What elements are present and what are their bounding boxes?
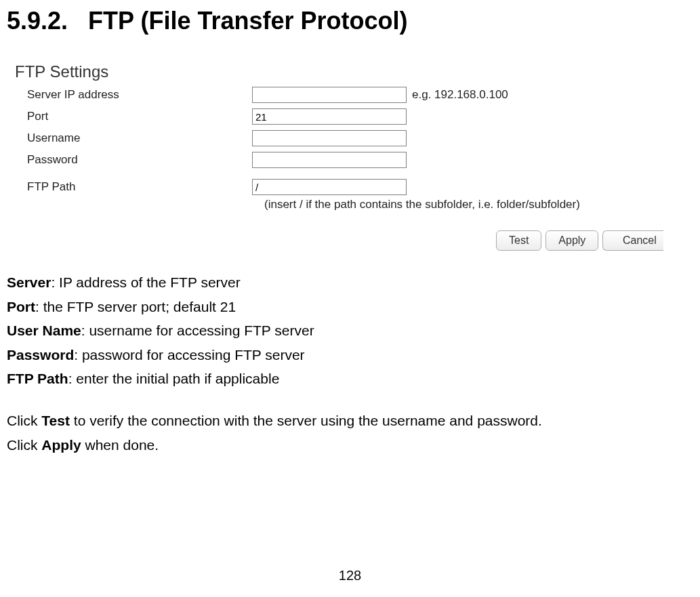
desc-pass-text: : password for accessing FTP server	[74, 347, 304, 363]
desc-click-apply: Click Apply when done.	[7, 434, 700, 457]
click-apply-post: when done.	[81, 437, 159, 453]
click-test-pre: Click	[7, 413, 41, 428]
row-password: Password	[15, 152, 700, 168]
desc-server-text: : IP address of the FTP server	[51, 274, 240, 290]
desc-path-term: FTP Path	[7, 371, 68, 386]
note-ftp-path: (insert / if the path contains the subfo…	[264, 198, 700, 211]
input-server-ip[interactable]	[252, 87, 407, 103]
desc-ftp-path: FTP Path: enter the initial path if appl…	[7, 367, 700, 390]
row-ftp-path: FTP Path	[15, 179, 700, 195]
button-row: Test Apply Cancel	[496, 230, 700, 251]
desc-port-text: : the FTP server port; default 21	[35, 299, 236, 314]
label-port: Port	[15, 110, 252, 123]
desc-server: Server: IP address of the FTP server	[7, 271, 700, 294]
row-username: Username	[15, 130, 700, 146]
desc-user-text: : username for accessing FTP server	[81, 323, 314, 338]
desc-username: User Name: username for accessing FTP se…	[7, 319, 700, 342]
hint-server-ip: e.g. 192.168.0.100	[412, 88, 508, 102]
desc-pass-term: Password	[7, 347, 74, 363]
test-button[interactable]: Test	[496, 230, 541, 251]
label-password: Password	[15, 153, 252, 167]
section-title: FTP (File Transfer Protocol)	[88, 7, 407, 35]
click-test-post: to verify the connection with the server…	[70, 413, 542, 428]
row-server-ip: Server IP address e.g. 192.168.0.100	[15, 87, 700, 103]
section-number: 5.9.2.	[7, 7, 68, 35]
label-server-ip: Server IP address	[15, 88, 252, 102]
input-ftp-path[interactable]	[252, 179, 407, 195]
page-number: 128	[0, 568, 700, 583]
apply-button[interactable]: Apply	[545, 230, 598, 251]
desc-user-term: User Name	[7, 323, 81, 338]
desc-server-term: Server	[7, 274, 51, 290]
section-heading: 5.9.2. FTP (File Transfer Protocol)	[0, 0, 700, 35]
desc-port: Port: the FTP server port; default 21	[7, 295, 700, 318]
input-port[interactable]	[252, 108, 407, 125]
desc-click-test: Click Test to verify the connection with…	[7, 409, 700, 432]
row-port: Port	[15, 108, 700, 125]
desc-port-term: Port	[7, 299, 35, 314]
description-block: Server: IP address of the FTP server Por…	[7, 271, 700, 456]
panel-title: FTP Settings	[15, 62, 700, 81]
click-apply-bold: Apply	[41, 437, 81, 453]
input-username[interactable]	[252, 130, 407, 146]
input-password[interactable]	[252, 152, 407, 168]
desc-path-text: : enter the initial path if applicable	[68, 371, 280, 386]
label-ftp-path: FTP Path	[15, 180, 252, 194]
ftp-settings-panel: FTP Settings Server IP address e.g. 192.…	[15, 62, 700, 251]
label-username: Username	[15, 131, 252, 145]
click-apply-pre: Click	[7, 437, 41, 453]
desc-password: Password: password for accessing FTP ser…	[7, 344, 700, 367]
click-test-bold: Test	[41, 413, 70, 428]
cancel-button[interactable]: Cancel	[602, 230, 663, 251]
